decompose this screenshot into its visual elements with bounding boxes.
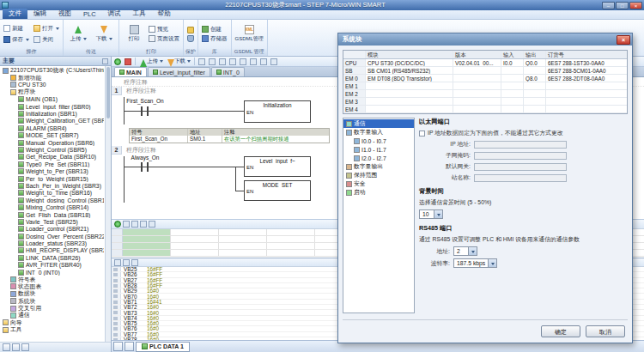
save-button[interactable]: 保存: [3, 36, 29, 44]
new-button[interactable]: 新建: [3, 25, 29, 33]
menu-tab[interactable]: 视图: [52, 9, 77, 19]
tree-item[interactable]: Level_input_filter (SBR0): [0, 103, 104, 110]
rs485-address-select[interactable]: 2: [453, 246, 477, 256]
tree-item[interactable]: CPU ST30: [0, 82, 104, 88]
memory-button[interactable]: 存储器: [202, 35, 228, 43]
tree-item[interactable]: Vavle_Test (SBR25): [0, 218, 104, 225]
subroutine-block[interactable]: MODE_SET EN: [244, 180, 311, 201]
tree-item[interactable]: 22107CPUST30烧录 (C:\Users\ThinkPa...: [0, 67, 104, 74]
editor-tab[interactable]: MAIN ×: [114, 67, 147, 76]
write-values-icon[interactable]: [123, 259, 130, 266]
menu-tab[interactable]: PLC: [77, 9, 102, 19]
tree-item[interactable]: HMI_REOPE_DISPLAY (SBR24): [0, 247, 104, 254]
pin-icon[interactable]: [102, 58, 108, 64]
contact-operand[interactable]: Always_On: [131, 155, 160, 161]
tree-item[interactable]: LINK_DATA (SBR26): [0, 254, 104, 261]
chart-view-icon[interactable]: [131, 259, 138, 266]
gsdml-manage-button[interactable]: XMLGSDML管理: [235, 25, 264, 43]
tree-item[interactable]: Weight_to_Time (SBR16): [0, 190, 104, 197]
system-tree-item[interactable]: 数字量输入: [343, 128, 414, 137]
stop-icon[interactable]: [125, 58, 131, 65]
toggle-comments-icon[interactable]: [270, 58, 277, 65]
lock-button[interactable]: [187, 27, 194, 33]
subroutine-block[interactable]: Level_input_f~ EN: [244, 156, 311, 177]
tree-item[interactable]: 交叉引用: [0, 305, 104, 312]
run-icon[interactable]: [114, 58, 121, 65]
download-button[interactable]: 下载: [93, 25, 115, 43]
tree-item[interactable]: Loader_control (SBR21): [0, 226, 104, 233]
module-table-row[interactable]: CPU CPU ST30 (DC/DC/DC) V02.04.01_00... …: [343, 59, 627, 67]
menu-tab[interactable]: 调试: [102, 9, 127, 19]
tree-item[interactable]: 通信: [0, 312, 104, 319]
network-comment[interactable]: 程序段注释: [122, 146, 156, 155]
system-tree-item[interactable]: 启动: [343, 188, 414, 197]
tree-item[interactable]: 新增功能: [0, 74, 104, 81]
open-button[interactable]: 打开: [33, 25, 59, 33]
tree-item[interactable]: Initialization (SBR1): [0, 110, 104, 117]
symbol-table-tab-icon[interactable]: [113, 342, 123, 351]
system-tree-item[interactable]: 通信: [343, 119, 414, 128]
tree-item[interactable]: MAIN (OB1): [0, 96, 104, 103]
system-tree-item[interactable]: 安全: [343, 179, 414, 188]
module-table-row[interactable]: EM 0 EM DT08 (8DQ Transistor) Q8.0 6ES7 …: [343, 75, 627, 82]
minimize-button[interactable]: –: [602, 2, 615, 9]
system-tree-item[interactable]: I1.0 - I1.7: [343, 145, 414, 154]
tree-item[interactable]: Get_Recipe_Data (SBR10): [0, 154, 104, 161]
download-toolbar-button[interactable]: 下载: [167, 58, 191, 65]
scrollbar-thumb[interactable]: [106, 67, 110, 118]
tree-item[interactable]: ALARM (SBR4): [0, 124, 104, 131]
dialog-close-button[interactable]: ×: [617, 35, 630, 45]
ok-button[interactable]: 确定: [541, 325, 580, 337]
symbol-table-row[interactable]: First_Scan_On SM0.1 在该第一个扫描周期时接通: [130, 136, 329, 143]
selection-tool-icon[interactable]: [198, 58, 205, 65]
network-number[interactable]: 1: [112, 87, 122, 95]
tree-item[interactable]: Loader_status (SBR23): [0, 240, 104, 246]
editor-tab[interactable]: Level_input_filter ×: [148, 67, 210, 76]
filter-icon[interactable]: [149, 221, 155, 228]
sort-icon[interactable]: [140, 221, 147, 228]
coil-instruction-icon[interactable]: [219, 58, 226, 65]
plc-data-tab[interactable]: PLC DATA 1: [136, 342, 190, 352]
rs485-baud-select[interactable]: 187.5 kbps: [453, 258, 497, 268]
view-project-icon[interactable]: [3, 343, 10, 351]
menu-tab[interactable]: 文件: [3, 9, 27, 19]
contact-operand[interactable]: First_Scan_On: [126, 98, 163, 104]
menu-tab[interactable]: 编辑: [27, 9, 52, 19]
menu-tab[interactable]: 工具: [127, 9, 152, 19]
module-table-row[interactable]: EM 1: [343, 82, 627, 90]
tree-item[interactable]: Get_Flish_Data (SBR18): [0, 211, 104, 218]
cancel-button[interactable]: 取消: [586, 325, 625, 337]
vertical-line-icon[interactable]: [240, 58, 246, 65]
view-more-icon[interactable]: [21, 343, 29, 351]
tree-item[interactable]: 符号表: [0, 276, 104, 282]
box-instruction-icon[interactable]: [229, 58, 236, 65]
module-table-row[interactable]: EM 4: [343, 106, 627, 113]
view-tools-icon[interactable]: [12, 343, 20, 351]
tree-scrollbar[interactable]: [105, 66, 111, 342]
close-button[interactable]: ×: [629, 2, 642, 9]
tree-item[interactable]: Weight_Control (SBR5): [0, 146, 104, 153]
tree-item[interactable]: Dosing_Over_Percent (SBR22): [0, 233, 104, 240]
tree-item[interactable]: Per_to_Weight (SBR15): [0, 175, 104, 182]
tree-item[interactable]: 工具: [0, 326, 104, 333]
status-chart-tab-icon[interactable]: [125, 342, 134, 351]
toggle-addressing-icon[interactable]: [260, 58, 267, 65]
system-tree-item[interactable]: I2.0 - I2.7: [343, 154, 414, 162]
tree-item[interactable]: 程序块: [0, 88, 104, 95]
module-table-row[interactable]: EM 3: [343, 98, 627, 106]
tree-item[interactable]: INT_0 (INT0): [0, 269, 104, 276]
tree-item[interactable]: 系统块: [0, 298, 104, 305]
tree-item[interactable]: Manual_Operation (SBR6): [0, 139, 104, 146]
insert-row-icon[interactable]: [123, 221, 130, 228]
menu-tab[interactable]: 帮助: [152, 9, 177, 19]
tree-item[interactable]: 数据块: [0, 290, 104, 297]
tree-item[interactable]: Weight_Calibration_GET (SBR2): [0, 118, 104, 124]
tree-item[interactable]: Mixing_Control (SBR14): [0, 203, 104, 210]
editor-tab[interactable]: INT_0 ×: [211, 67, 245, 76]
tree-item[interactable]: 向导: [0, 319, 104, 326]
maximize-button[interactable]: □: [616, 2, 629, 9]
tree-item[interactable]: Bach_Per_in_Weight (SBR3): [0, 182, 104, 189]
module-table-row[interactable]: EM 2: [343, 90, 627, 98]
delete-row-icon[interactable]: [131, 221, 138, 228]
contact-instruction-icon[interactable]: [209, 58, 216, 65]
